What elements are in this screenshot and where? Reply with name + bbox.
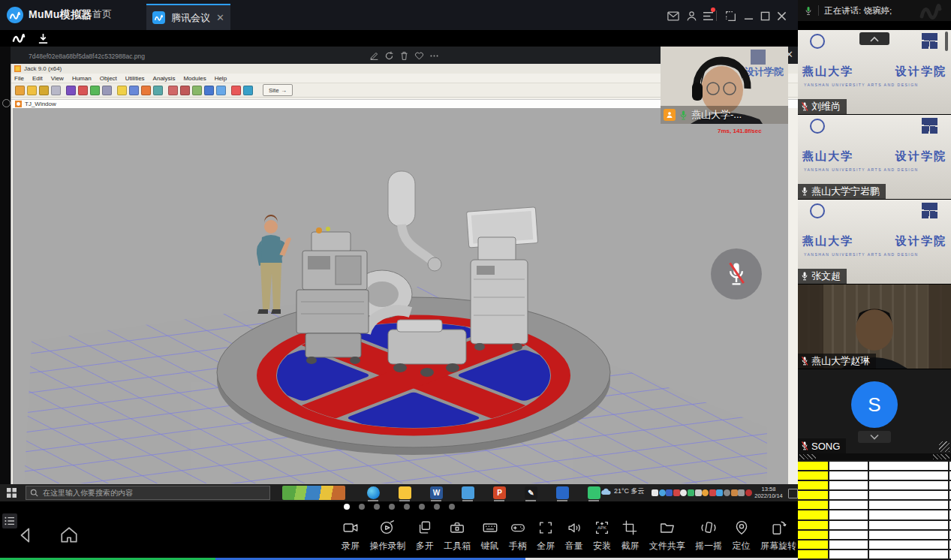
- home-button[interactable]: 首页: [75, 8, 112, 21]
- sheet-cell[interactable]: [829, 462, 869, 470]
- edit-icon[interactable]: [369, 51, 380, 62]
- taskbar-search[interactable]: 在这里输入你要搜索的内容: [26, 486, 270, 500]
- sheet-cell[interactable]: [829, 471, 869, 480]
- jack-toolbar-icon[interactable]: [231, 86, 241, 95]
- pip-speaker-video[interactable]: 设计学院 燕山大学-...: [661, 47, 788, 124]
- sheet-cell[interactable]: [869, 501, 949, 509]
- tray-icon[interactable]: [724, 489, 730, 496]
- sheet-row[interactable]: [798, 550, 951, 560]
- mail-icon[interactable]: [667, 9, 680, 23]
- sheet-row[interactable]: [798, 531, 951, 540]
- toolbar-item-rotate-screen[interactable]: 屏幕旋转: [760, 519, 796, 552]
- jack-menu-utilities[interactable]: Utilities: [125, 75, 145, 82]
- sheet-cell[interactable]: [829, 550, 869, 558]
- tray-icon[interactable]: [702, 489, 709, 496]
- pager-dot[interactable]: [434, 504, 440, 510]
- toolbar-item-record-screen[interactable]: 录屏: [342, 519, 360, 552]
- jack-toolbar-icon[interactable]: [102, 86, 112, 95]
- sheet-cell[interactable]: [829, 531, 869, 539]
- viewer-app-icon[interactable]: [2, 99, 11, 107]
- sheet-cell[interactable]: [869, 510, 949, 519]
- sheet-cell[interactable]: [798, 540, 829, 549]
- participant-tile-5[interactable]: S SONG: [798, 369, 951, 453]
- site-button[interactable]: Site →: [263, 84, 293, 96]
- toolbar-item-macro-record[interactable]: 操作录制: [369, 519, 405, 552]
- sheet-cell[interactable]: [798, 531, 829, 539]
- jack-menu-modules[interactable]: Modules: [183, 75, 206, 82]
- jack-toolbar-icon[interactable]: [153, 86, 163, 95]
- action-center-icon[interactable]: [788, 489, 798, 498]
- taskbar-app-photos[interactable]: [556, 486, 569, 499]
- tray-icon[interactable]: [745, 489, 752, 496]
- jack-menu-view[interactable]: View: [51, 75, 64, 82]
- sheet-cell[interactable]: [869, 521, 949, 529]
- tab-close-icon[interactable]: ✕: [216, 12, 224, 23]
- sheet-cell[interactable]: [798, 491, 829, 499]
- sheet-cell[interactable]: [829, 481, 869, 489]
- taskbar-app-edge[interactable]: [367, 486, 380, 499]
- start-button[interactable]: [7, 488, 17, 498]
- pager-dot[interactable]: [404, 504, 410, 510]
- sheet-cell[interactable]: [798, 550, 829, 558]
- jack-toolbar-icon[interactable]: [78, 86, 88, 95]
- jack-toolbar-icon[interactable]: [243, 86, 253, 95]
- taskbar-app-file-explorer[interactable]: [399, 486, 411, 499]
- sidebar-scrollbar[interactable]: [945, 32, 948, 51]
- jack-toolbar-icon[interactable]: [39, 86, 49, 95]
- sheet-row[interactable]: [798, 471, 951, 481]
- rotate-icon[interactable]: [384, 51, 395, 62]
- tray-icon[interactable]: [709, 489, 716, 496]
- participant-tile-3[interactable]: 燕山大学 设计学院 YANSHAN UNIVERSITY ARTS AND DE…: [798, 200, 951, 284]
- sheet-cell[interactable]: [829, 540, 869, 549]
- jack-menu-human[interactable]: Human: [72, 75, 92, 82]
- jack-toolbar-icon[interactable]: [66, 86, 76, 95]
- toolbar-item-multi-instance[interactable]: 多开: [416, 519, 434, 552]
- sheet-cell[interactable]: [798, 521, 829, 529]
- collapse-panel-button[interactable]: [859, 32, 889, 45]
- viewer-close-icon[interactable]: ✕: [785, 49, 793, 60]
- jack-menu-analysis[interactable]: Analysis: [153, 75, 176, 82]
- sheet-cell[interactable]: [798, 462, 829, 470]
- nav-back-button[interactable]: [17, 525, 36, 545]
- jack-toolbar-icon[interactable]: [141, 86, 151, 95]
- jack-toolbar-icon[interactable]: [204, 86, 214, 95]
- pager-dot[interactable]: [374, 504, 380, 510]
- taskbar-app-app-dark[interactable]: ✎: [525, 486, 537, 499]
- sheet-cell[interactable]: [869, 531, 949, 539]
- taskbar-clock[interactable]: 13:58 2022/10/14: [752, 486, 785, 499]
- tray-icon[interactable]: [695, 489, 702, 496]
- favorite-icon[interactable]: [414, 51, 425, 62]
- jack-toolbar-icon[interactable]: [216, 86, 226, 95]
- sheet-cell[interactable]: [869, 462, 949, 470]
- jack-menu-edit[interactable]: Edit: [32, 75, 43, 82]
- sheet-cell[interactable]: [829, 510, 869, 519]
- sheet-row[interactable]: [798, 462, 951, 471]
- toolbar-item-toolbox[interactable]: 工具箱: [444, 519, 471, 552]
- taskbar-weather[interactable]: 21°C 多云: [600, 486, 645, 496]
- menu-icon[interactable]: [701, 9, 715, 23]
- toolbar-item-apk-install[interactable]: APK安装: [593, 519, 611, 552]
- jack-toolbar-icon[interactable]: [27, 86, 37, 95]
- sheet-cell[interactable]: [869, 550, 949, 558]
- pager-dot[interactable]: [449, 504, 455, 510]
- toolbar-item-screenshot[interactable]: 截屏: [621, 519, 639, 552]
- toolbar-item-volume[interactable]: 音量: [565, 519, 583, 552]
- pager-dot-active[interactable]: [344, 504, 350, 510]
- jack-toolbar-icon[interactable]: [90, 86, 100, 95]
- sheet-row[interactable]: [798, 481, 951, 491]
- jack-toolbar-icon[interactable]: [180, 86, 190, 95]
- taskbar-app-app-green[interactable]: [588, 486, 600, 499]
- sheet-cell[interactable]: [798, 501, 829, 509]
- sheet-row[interactable]: [798, 501, 951, 510]
- unmute-button[interactable]: [711, 248, 762, 300]
- sheet-cell[interactable]: [829, 491, 869, 499]
- jack-menu-object[interactable]: Object: [100, 75, 117, 82]
- spreadsheet-grid[interactable]: [798, 460, 951, 560]
- jack-toolbar-icon[interactable]: [15, 86, 25, 95]
- sheet-cell[interactable]: [869, 471, 949, 480]
- taskbar-app-powerpoint[interactable]: P: [493, 486, 506, 499]
- jack-toolbar-icon[interactable]: [129, 86, 139, 95]
- toolbar-item-gamepad[interactable]: 手柄: [509, 519, 527, 552]
- tray-icon[interactable]: [688, 489, 694, 496]
- sheet-cell[interactable]: [869, 540, 949, 549]
